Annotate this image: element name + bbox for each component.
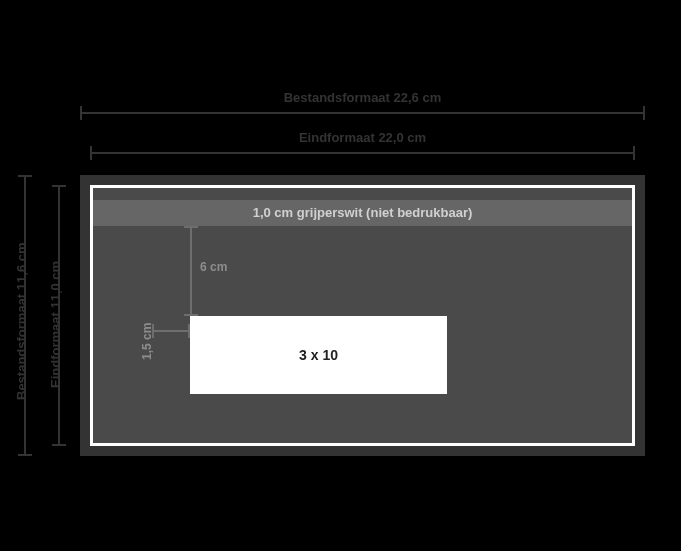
- width-final-label: Eindformaat 22,0 cm: [90, 130, 635, 145]
- width-final-bar: [90, 152, 635, 154]
- inner-top-cap-t: [184, 226, 198, 228]
- dimension-diagram: Bestandsformaat 22,6 cm Eindformaat 22,0…: [0, 0, 681, 551]
- inner-top-measure-label: 6 cm: [200, 260, 227, 274]
- height-final-label: Eindformaat 11,0 cm: [48, 261, 63, 388]
- height-outer-label: Bestandsformaat 11,6 cm: [14, 242, 29, 400]
- width-outer-label: Bestandsformaat 22,6 cm: [80, 90, 645, 105]
- inner-left-measure-bar: [152, 330, 190, 332]
- width-outer-bar: [80, 112, 645, 114]
- window-label: 3 x 10: [190, 316, 447, 394]
- inner-top-measure-bar: [190, 226, 192, 316]
- inner-left-measure-label: 1,5 cm: [140, 323, 154, 360]
